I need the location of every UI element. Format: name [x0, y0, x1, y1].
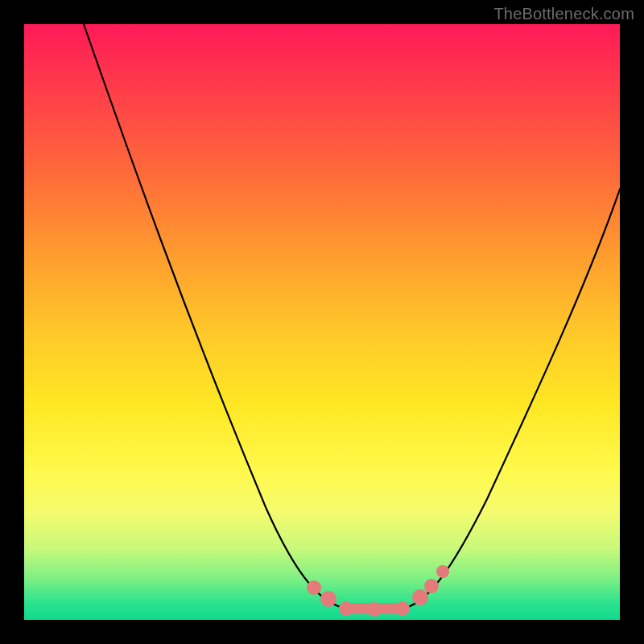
marker-dot — [424, 579, 439, 593]
marker-dot — [367, 602, 382, 617]
marker-dot — [339, 601, 353, 616]
plot-area — [24, 24, 620, 620]
marker-dot — [307, 580, 321, 595]
curve-layer — [24, 24, 620, 620]
bottleneck-curve — [84, 24, 620, 609]
marker-dot — [412, 589, 428, 605]
marker-dot — [436, 565, 449, 578]
chart-frame: TheBottleneck.com — [0, 0, 644, 644]
marker-dot — [320, 591, 336, 607]
marker-dot — [395, 601, 410, 616]
watermark-text: TheBottleneck.com — [493, 5, 634, 23]
